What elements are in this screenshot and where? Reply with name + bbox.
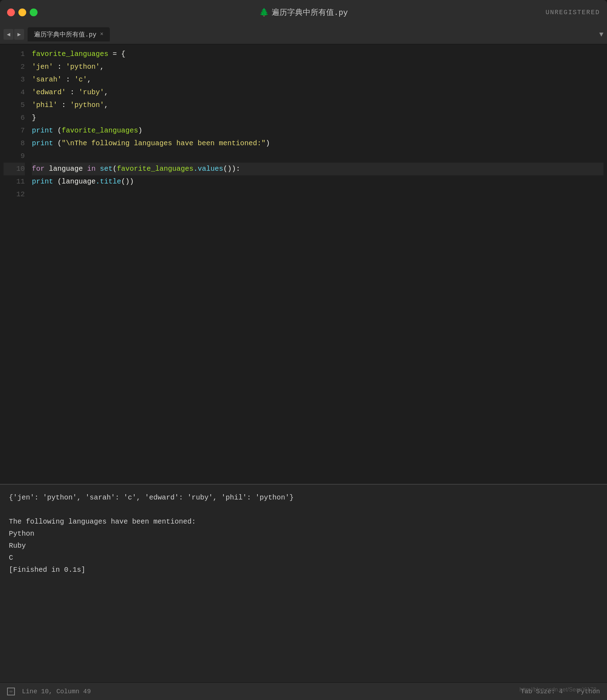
line-number: 3	[4, 73, 25, 86]
line-number: 7	[4, 124, 25, 137]
code-line: 'phil' : 'python',	[32, 99, 603, 112]
line-number: 10	[4, 163, 25, 175]
window-title: 🌲 遍历字典中所有值.py	[259, 7, 348, 18]
code-line	[32, 188, 603, 201]
output-line	[9, 504, 598, 516]
code-line: 'sarah' : 'c',	[32, 73, 603, 86]
code-line: print (language.title())	[32, 175, 603, 188]
cursor-position: Line 10, Column 49	[22, 688, 91, 695]
output-line: [Finished in 0.1s]	[9, 564, 598, 576]
code-line: for language in set(favorite_languages.v…	[32, 163, 603, 175]
line-numbers: 1 2 3 4 5 6 7 8 9 10 11 12	[0, 48, 28, 480]
nav-arrows: ◀ ▶	[4, 29, 24, 40]
watermark: http://blog.csdn.net/SeanYi178	[520, 687, 596, 693]
file-tab[interactable]: 遍历字典中所有值.py ×	[28, 27, 110, 41]
line-number: 1	[4, 48, 25, 61]
output-line: Ruby	[9, 540, 598, 552]
nav-back-button[interactable]: ◀	[4, 29, 13, 40]
close-button[interactable]	[7, 9, 15, 16]
code-editor[interactable]: 1 2 3 4 5 6 7 8 9 10 11 12 favorite_lang…	[0, 44, 607, 484]
code-line: 'jen' : 'python',	[32, 61, 603, 73]
tabbar: ◀ ▶ 遍历字典中所有值.py × ▼	[0, 25, 607, 44]
file-icon: 🌲	[259, 8, 269, 17]
output-line: {'jen': 'python', 'sarah': 'c', 'edward'…	[9, 492, 598, 504]
minimize-button[interactable]	[18, 9, 26, 16]
output-line: C	[9, 552, 598, 564]
code-line: print ("\nThe following languages have b…	[32, 137, 603, 150]
line-number: 4	[4, 86, 25, 99]
line-number: 2	[4, 61, 25, 73]
code-content[interactable]: favorite_languages = { 'jen' : 'python',…	[28, 48, 607, 480]
output-line: Python	[9, 528, 598, 540]
line-number: 8	[4, 137, 25, 150]
registration-status: UNREGISTERED	[545, 9, 600, 16]
titlebar: 🌲 遍历字典中所有值.py UNREGISTERED	[0, 0, 607, 25]
line-number: 11	[4, 175, 25, 188]
editor-area: 1 2 3 4 5 6 7 8 9 10 11 12 favorite_lang…	[0, 44, 607, 700]
traffic-lights	[7, 9, 38, 16]
line-number: 9	[4, 150, 25, 163]
tab-label: 遍历字典中所有值.py	[34, 30, 96, 39]
statusbar: ▭ Line 10, Column 49 Tab Size: 4 Python	[0, 682, 607, 700]
maximize-button[interactable]	[30, 9, 38, 16]
line-number: 6	[4, 112, 25, 124]
tab-close-button[interactable]: ×	[100, 31, 103, 38]
window: 🌲 遍历字典中所有值.py UNREGISTERED ◀ ▶ 遍历字典中所有值.…	[0, 0, 607, 700]
code-line: print (favorite_languages)	[32, 124, 603, 137]
code-line: }	[32, 112, 603, 124]
line-number: 12	[4, 188, 25, 201]
output-line: The following languages have been mentio…	[9, 516, 598, 528]
output-area: {'jen': 'python', 'sarah': 'c', 'edward'…	[0, 484, 607, 682]
code-line: 'edward' : 'ruby',	[32, 86, 603, 99]
nav-forward-button[interactable]: ▶	[14, 29, 24, 40]
code-line	[32, 150, 603, 163]
line-number: 5	[4, 99, 25, 112]
tabbar-dropdown-button[interactable]: ▼	[599, 30, 603, 39]
document-icon: ▭	[7, 688, 15, 695]
code-line: favorite_languages = {	[32, 48, 603, 61]
